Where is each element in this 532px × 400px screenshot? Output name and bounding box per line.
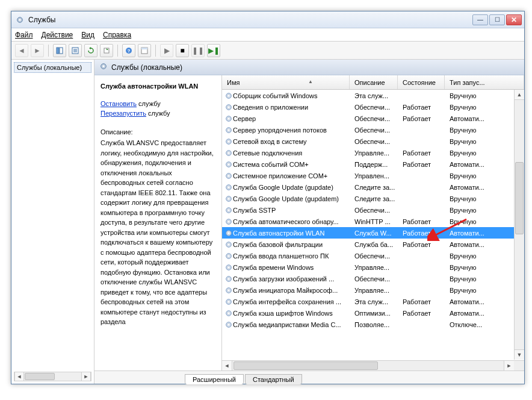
stop-service-button[interactable]: ■ [176, 44, 189, 57]
scroll-right-icon[interactable]: ► [81, 372, 91, 381]
service-row[interactable]: Служба медиаприставки Media C...Позволяе… [222, 319, 524, 330]
restart-service-button[interactable]: ▶❚ [207, 44, 220, 57]
service-startup: Вручную [445, 172, 524, 180]
service-row[interactable]: Служба автонастройки WLANСлужба W...Рабо… [222, 227, 524, 239]
svg-rect-12 [141, 48, 147, 49]
scroll-left-icon[interactable]: ◄ [14, 372, 24, 381]
tab-standard[interactable]: Стандартный [245, 374, 302, 384]
stop-link[interactable]: Остановить [101, 100, 137, 107]
minimize-button[interactable]: — [472, 14, 488, 25]
service-gear-icon [222, 137, 233, 146]
service-desc: Следите за... [350, 195, 398, 202]
svg-point-38 [227, 220, 229, 222]
service-name: Сетевые подключения [233, 149, 350, 157]
service-desc: Поддерж... [350, 161, 398, 168]
close-button[interactable]: ✕ [506, 14, 522, 25]
services-window: Службы — ☐ ✕ Файл Действие Вид Справка ◄… [11, 11, 525, 384]
service-gear-icon [222, 252, 233, 260]
service-row[interactable]: Служба Google Update (gupdate)Следите за… [222, 181, 524, 193]
service-name: Сборщик событий Windows [233, 92, 350, 99]
panel-gear-icon [99, 62, 108, 72]
service-startup: Вручную [445, 127, 524, 134]
service-desc: Управляе... [350, 287, 398, 294]
service-name: Служба Google Update (gupdate) [233, 184, 350, 191]
svg-point-30 [227, 175, 229, 177]
selected-service-title: Служба автонастройки WLAN [101, 81, 215, 92]
svg-point-54 [227, 312, 229, 314]
scroll-thumb[interactable] [25, 373, 55, 380]
service-gear-icon [222, 195, 233, 203]
service-row[interactable]: Служба ввода планшетного ПКОбеспечи...Вр… [222, 250, 524, 261]
description-label: Описание: [101, 127, 215, 137]
service-desc: Обеспечи... [350, 138, 398, 145]
service-desc: WinHTTP ... [350, 218, 398, 225]
refresh-button[interactable] [84, 44, 97, 57]
menu-view[interactable]: Вид [81, 31, 94, 39]
service-row[interactable]: Служба кэша шрифтов WindowsОптимизи...Ра… [222, 307, 524, 319]
service-row[interactable]: Сетевые подключенияУправляе...РаботаетВр… [222, 147, 524, 158]
scroll-left-icon[interactable]: ◄ [222, 361, 232, 370]
service-row[interactable]: Сетевой вход в системуОбеспечи...Вручную [222, 136, 524, 147]
menubar: Файл Действие Вид Справка [11, 28, 524, 42]
service-gear-icon [222, 206, 233, 214]
service-row[interactable]: Сервер упорядочения потоковОбеспечи...Вр… [222, 124, 524, 136]
panel-header: Службы (локальные) [94, 60, 524, 75]
vertical-scrollbar[interactable]: ▲ ▼ [514, 90, 524, 360]
service-row[interactable]: Служба автоматического обнару...WinHTTP … [222, 216, 524, 227]
service-row[interactable]: СерверОбеспечи...РаботаетАвтомати... [222, 113, 524, 124]
service-row[interactable]: Служба инициатора Майкрософ...Управляе..… [222, 284, 524, 296]
horizontal-scrollbar[interactable]: ◄ ► [222, 360, 524, 370]
scroll-right-icon[interactable]: ► [504, 361, 514, 370]
service-row[interactable]: Сведения о приложенииОбеспечи...Работает… [222, 101, 524, 113]
back-button: ◄ [15, 44, 28, 57]
service-name: Служба базовой фильтрации [233, 241, 350, 248]
col-description[interactable]: Описание [350, 75, 398, 89]
maximize-button[interactable]: ☐ [489, 14, 505, 25]
restart-link[interactable]: Перезапустить [101, 110, 146, 117]
properties-button[interactable] [69, 44, 82, 57]
service-name: Служба SSTP [233, 207, 350, 214]
service-row[interactable]: Служба времени WindowsУправляе...Вручную [222, 261, 524, 273]
svg-point-46 [227, 266, 229, 268]
extended-view-button[interactable] [138, 44, 151, 57]
service-startup: Отключе... [445, 321, 524, 328]
scroll-thumb[interactable] [515, 162, 524, 234]
service-row[interactable]: Служба Google Update (gupdatem)Следите з… [222, 193, 524, 204]
scroll-down-icon[interactable]: ▼ [515, 349, 524, 360]
service-startup: Вручную [445, 104, 524, 111]
help-button[interactable]: ? [122, 44, 135, 57]
tab-extended[interactable]: Расширенный [185, 374, 244, 384]
svg-rect-3 [60, 48, 63, 54]
menu-file[interactable]: Файл [15, 31, 33, 39]
service-row[interactable]: Служба загрузки изображений ...Обеспечи.… [222, 273, 524, 284]
tree-horizontal-scrollbar[interactable]: ◄ ► [14, 372, 91, 381]
service-name: Служба интерфейса сохранения ... [233, 298, 350, 305]
col-state[interactable]: Состояние [398, 75, 445, 89]
col-name[interactable]: Имя▲ [222, 75, 350, 89]
export-button[interactable] [100, 44, 113, 57]
scroll-thumb[interactable] [234, 361, 378, 370]
service-row[interactable]: Система событий COM+Поддерж...РаботаетАв… [222, 158, 524, 170]
service-row[interactable]: Служба интерфейса сохранения ...Эта служ… [222, 296, 524, 307]
service-row[interactable]: Служба базовой фильтрацииСлужба ба...Раб… [222, 239, 524, 250]
col-startup[interactable]: Тип запус... [445, 75, 524, 89]
service-row[interactable]: Системное приложение COM+Управлен...Вруч… [222, 170, 524, 181]
service-gear-icon [222, 286, 233, 295]
service-row[interactable]: Сборщик событий WindowsЭта служ...Вручну… [222, 90, 524, 101]
service-gear-icon [222, 172, 233, 180]
show-hide-tree-button[interactable] [53, 44, 66, 57]
service-gear-icon [222, 160, 233, 169]
service-state: Работает [398, 149, 445, 157]
svg-point-32 [227, 186, 229, 188]
service-row[interactable]: Служба SSTPОбеспечи...Вручную [222, 204, 524, 216]
menu-help[interactable]: Справка [103, 31, 131, 39]
svg-point-52 [227, 301, 229, 302]
menu-action[interactable]: Действие [42, 31, 73, 39]
service-startup: Вручную [445, 149, 524, 157]
service-detail-pane: Служба автонастройки WLAN Остановить слу… [94, 75, 222, 370]
scroll-up-icon[interactable]: ▲ [515, 90, 524, 100]
service-name: Сведения о приложении [233, 104, 350, 111]
tree-root-item[interactable]: Службы (локальные) [14, 62, 91, 73]
service-name: Служба загрузки изображений ... [233, 275, 350, 283]
service-name: Сетевой вход в систему [233, 138, 350, 145]
